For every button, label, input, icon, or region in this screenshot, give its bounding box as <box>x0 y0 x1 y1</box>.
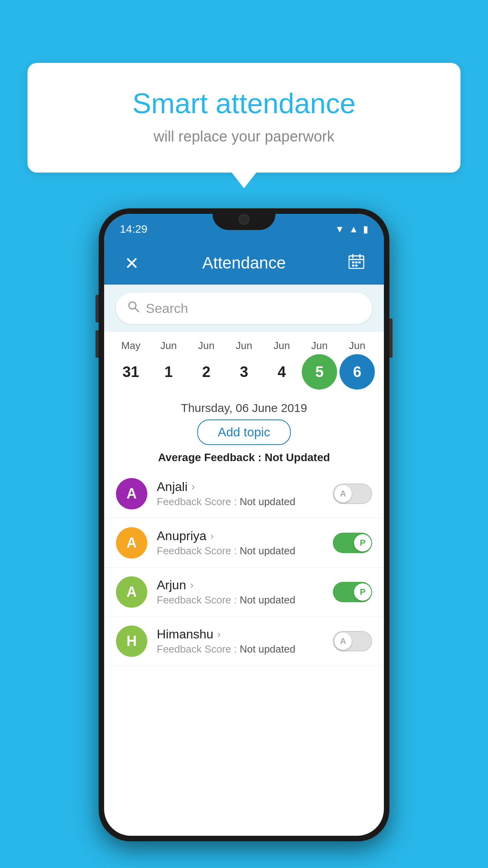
phone-notch <box>213 208 275 230</box>
date-31[interactable]: 31 <box>113 354 149 390</box>
app-bar: ✕ Attendance <box>104 241 384 285</box>
app-bar-title: Attendance <box>143 254 345 272</box>
date-6[interactable]: 6 <box>339 354 375 390</box>
month-6: Jun <box>339 340 375 352</box>
attendance-toggle-arjun[interactable]: P <box>333 582 372 602</box>
speech-bubble: Smart attendance will replace your paper… <box>28 63 460 173</box>
student-name-text: Arjun <box>157 578 186 592</box>
average-feedback-value: Not Updated <box>264 451 330 463</box>
student-avatar-anupriya: A <box>116 527 147 559</box>
student-item[interactable]: A Anjali › Feedback Score : Not updated … <box>104 469 384 519</box>
month-0: May <box>113 340 149 352</box>
month-3: Jun <box>226 340 262 352</box>
student-name-anjali[interactable]: Anjali › <box>157 480 333 494</box>
date-3[interactable]: 3 <box>226 354 262 390</box>
student-item[interactable]: A Arjun › Feedback Score : Not updated P <box>104 568 384 617</box>
calendar-strip[interactable]: May Jun Jun Jun Jun Jun Jun 31 1 2 3 4 5… <box>104 332 384 394</box>
battery-icon: ▮ <box>363 224 368 235</box>
attendance-toggle-himanshu[interactable]: A <box>333 631 372 651</box>
status-icons: ▼ ▲ ▮ <box>335 224 368 235</box>
selected-date-label: Thursday, 06 June 2019 <box>104 394 384 419</box>
status-time: 14:29 <box>120 223 147 235</box>
toggle-circle-himanshu: A <box>334 633 352 650</box>
student-feedback-himanshu: Feedback Score : Not updated <box>157 643 333 655</box>
average-feedback: Average Feedback : Not Updated <box>104 451 384 464</box>
svg-rect-7 <box>352 265 354 267</box>
svg-line-10 <box>135 308 139 312</box>
signal-icon: ▲ <box>349 224 358 235</box>
calendar-dates: 31 1 2 3 4 5 6 <box>104 354 384 390</box>
month-2: Jun <box>189 340 224 352</box>
chevron-right-icon: › <box>191 481 195 493</box>
attendance-toggle-anjali[interactable]: A <box>333 484 372 504</box>
month-5: Jun <box>302 340 337 352</box>
date-4[interactable]: 4 <box>264 354 299 390</box>
student-name-himanshu[interactable]: Himanshu › <box>157 627 333 642</box>
student-item[interactable]: A Anupriya › Feedback Score : Not update… <box>104 519 384 568</box>
close-button[interactable]: ✕ <box>120 253 143 273</box>
vol-up-button <box>95 295 99 322</box>
search-placeholder: Search <box>146 301 188 316</box>
student-name-text: Himanshu <box>157 627 213 642</box>
month-1: Jun <box>151 340 186 352</box>
toggle-circle-anupriya: P <box>354 534 371 552</box>
student-feedback-anupriya: Feedback Score : Not updated <box>157 545 333 557</box>
wifi-icon: ▼ <box>335 224 344 235</box>
average-feedback-label: Average Feedback : <box>158 451 264 463</box>
calendar-button[interactable] <box>345 254 368 272</box>
search-bar[interactable]: Search <box>116 292 372 324</box>
content-area: Thursday, 06 June 2019 Add topic Average… <box>104 394 384 666</box>
student-name-anupriya[interactable]: Anupriya › <box>157 529 333 543</box>
toggle-circle-anjali: A <box>334 485 352 502</box>
student-info-anupriya: Anupriya › Feedback Score : Not updated <box>157 529 333 557</box>
chevron-right-icon: › <box>190 579 194 591</box>
date-2[interactable]: 2 <box>189 354 224 390</box>
chevron-right-icon: › <box>217 628 221 640</box>
phone-screen: 14:29 ▼ ▲ ▮ ✕ Attendance <box>104 214 384 836</box>
phone-frame: 14:29 ▼ ▲ ▮ ✕ Attendance <box>99 208 389 841</box>
svg-rect-4 <box>352 261 354 263</box>
phone-container: 14:29 ▼ ▲ ▮ ✕ Attendance <box>99 208 389 841</box>
svg-rect-6 <box>358 261 361 263</box>
bubble-subtitle: will replace your paperwork <box>47 128 441 145</box>
student-info-arjun: Arjun › Feedback Score : Not updated <box>157 578 333 606</box>
student-info-himanshu: Himanshu › Feedback Score : Not updated <box>157 627 333 655</box>
student-info-anjali: Anjali › Feedback Score : Not updated <box>157 480 333 508</box>
attendance-toggle-anupriya[interactable]: P <box>333 533 372 553</box>
date-1[interactable]: 1 <box>151 354 186 390</box>
svg-rect-5 <box>355 261 358 263</box>
vol-down-button <box>95 330 99 358</box>
student-name-arjun[interactable]: Arjun › <box>157 578 333 592</box>
student-avatar-himanshu: H <box>116 625 147 657</box>
calendar-months: May Jun Jun Jun Jun Jun Jun <box>104 340 384 352</box>
month-4: Jun <box>264 340 299 352</box>
add-topic-button[interactable]: Add topic <box>197 419 290 445</box>
bubble-title: Smart attendance <box>47 86 441 120</box>
search-container: Search <box>104 285 384 332</box>
toggle-circle-arjun: P <box>354 583 371 601</box>
search-icon <box>128 301 139 316</box>
chevron-right-icon: › <box>210 530 214 542</box>
student-feedback-anjali: Feedback Score : Not updated <box>157 496 333 508</box>
student-feedback-arjun: Feedback Score : Not updated <box>157 594 333 606</box>
student-item[interactable]: H Himanshu › Feedback Score : Not update… <box>104 617 384 666</box>
student-name-text: Anupriya <box>157 529 206 543</box>
student-avatar-anjali: A <box>116 478 147 509</box>
svg-rect-8 <box>355 265 358 267</box>
student-avatar-arjun: A <box>116 576 147 608</box>
student-name-text: Anjali <box>157 480 187 494</box>
date-5[interactable]: 5 <box>302 354 337 390</box>
power-button <box>389 318 393 358</box>
phone-camera <box>238 214 250 225</box>
